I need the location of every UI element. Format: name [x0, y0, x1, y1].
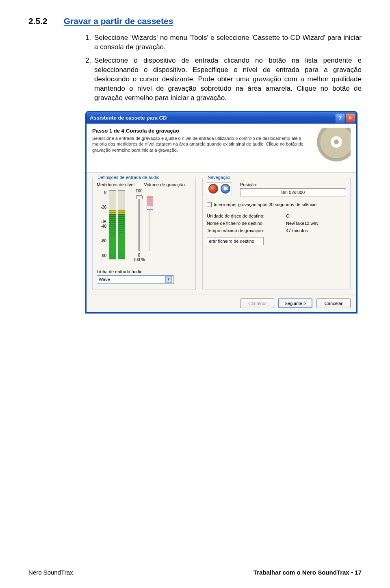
next-button[interactable]: Seguinte > [278, 298, 312, 308]
back-button: < Anterior [240, 298, 274, 308]
paragraph-2: Seleccione o dispositivo de entrada clic… [94, 56, 362, 103]
col-meters: Medidores de nível [97, 182, 144, 187]
audio-line-label: Linha de entrada áudio: [97, 269, 191, 274]
banner: Passo 1 de 4:Consola de gravação Selecci… [87, 124, 356, 173]
slider-bot-label: 0 [138, 253, 140, 257]
level-meter-right [118, 190, 125, 259]
audio-line-value: Wave [99, 277, 165, 282]
help-button[interactable]: ? [336, 113, 344, 122]
slider-thumb-2[interactable] [147, 206, 153, 210]
record-button[interactable] [208, 184, 218, 194]
audio-line-dropdown[interactable]: Wave ▼ [97, 275, 174, 284]
section-number: 2.5.2 [28, 16, 48, 26]
position-value: 0m 02s:800 [240, 188, 346, 196]
kv2-v: 47 minutos [286, 228, 308, 233]
col-volume: Volume de gravação [144, 182, 192, 187]
slider-percent: 100 % [133, 257, 145, 262]
silence-checkbox[interactable] [207, 202, 212, 207]
kv0-v: C: [286, 213, 290, 218]
slider-thumb[interactable] [136, 195, 143, 199]
slider-top-label: 100 [136, 189, 143, 193]
silence-label: Interromper gravação após 20 segundos de… [214, 202, 316, 207]
paragraph-1: Seleccione 'Wizards' no menu 'Tools' e s… [94, 33, 362, 52]
footer-right: Trabalhar com o Nero SoundTrax • 17 [254, 569, 362, 576]
section-title: Gravar a partir de cassetes [64, 16, 173, 26]
position-label: Posição: [240, 182, 346, 187]
cancel-button[interactable]: Cancelar [316, 298, 351, 308]
dest-file-input[interactable]: erar ficheiro de destino [207, 237, 264, 245]
list-number-2: 2. [85, 56, 94, 103]
volume-slider[interactable] [138, 196, 140, 251]
chevron-down-icon[interactable]: ▼ [165, 276, 172, 283]
left-legend: Definições de entrada de áudio [96, 175, 161, 180]
svg-point-3 [334, 139, 339, 144]
wizard-dialog: Assistente de cassete para CD ? × Passo … [85, 111, 358, 314]
audio-input-settings: Definições de entrada de áudio Medidores… [92, 178, 196, 290]
cd-icon [310, 128, 351, 168]
step-title: Passo 1 de 4:Consola de gravação [92, 128, 306, 134]
db-scale: 0 -20 dB -40 -60 -80 [97, 189, 106, 258]
window-title: Assistente de cassete para CD [90, 115, 167, 121]
footer-left: Nero SoundTrax [28, 569, 73, 576]
close-button[interactable]: × [346, 113, 355, 122]
kv0-k: Unidade de disco de destino: [207, 213, 286, 218]
volume-slider-2[interactable] [149, 196, 150, 251]
titlebar: Assistente de cassete para CD ? × [87, 112, 356, 124]
navigation-settings: Navegação Posição: 0m 02s:800 [202, 178, 351, 290]
kv1-v: NewTake12.wav [286, 221, 318, 226]
level-meter-left [109, 190, 116, 259]
stop-button[interactable] [221, 184, 230, 194]
kv2-k: Tempo máximo de gravação: [207, 228, 286, 233]
list-number-1: 1. [85, 33, 94, 52]
kv1-k: Nome de ficheiro de destino: [207, 221, 286, 226]
step-description: Seleccione a entrada de gravação e ajust… [92, 135, 306, 154]
right-legend: Navegação [206, 175, 232, 180]
